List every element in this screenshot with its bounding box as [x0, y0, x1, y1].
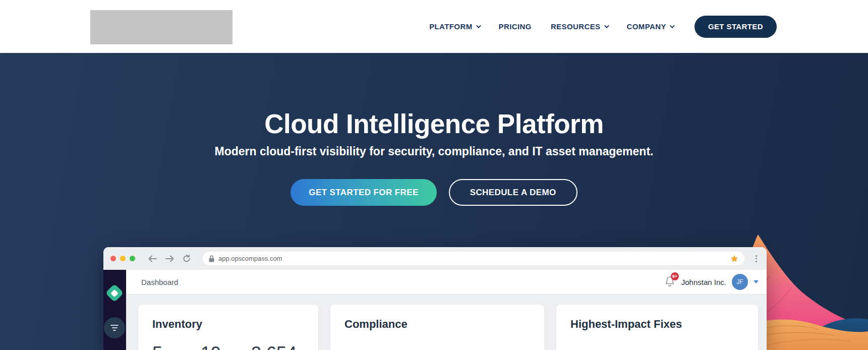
nav-item-platform[interactable]: PLATFORM	[429, 22, 479, 31]
get-started-button[interactable]: GET STARTED	[695, 16, 777, 38]
org-name[interactable]: Johnstan Inc.	[681, 278, 726, 286]
notifications-bell-icon[interactable]: 9+	[665, 276, 676, 288]
site-header: PLATFORM PRICING RESOURCES COMPANY GET S…	[0, 0, 868, 53]
hero-title: Cloud Intelligence Platform	[0, 108, 868, 139]
window-controls	[110, 256, 135, 261]
main-nav: PLATFORM PRICING RESOURCES COMPANY GET S…	[429, 0, 777, 53]
highest-impact-fixes-card: Highest-Impact Fixes	[556, 305, 758, 350]
account-dropdown-caret-icon[interactable]	[754, 280, 759, 283]
lock-icon	[209, 255, 214, 262]
compliance-gauge	[344, 341, 530, 350]
compliance-card: Compliance	[330, 305, 544, 350]
address-bar[interactable]: app.opscompass.com	[203, 252, 744, 265]
close-window-icon[interactable]	[110, 256, 116, 261]
app-logo-diamond-icon[interactable]	[105, 284, 124, 303]
dashboard-content: Inventory 5 19 3,654 Compliance	[126, 295, 767, 350]
site-logo[interactable]	[90, 10, 233, 44]
chevron-down-icon	[670, 23, 675, 28]
get-started-free-button[interactable]: GET STARTED FOR FREE	[291, 179, 436, 206]
hero-cta-row: GET STARTED FOR FREE SCHEDULE A DEMO	[0, 179, 868, 206]
dashboard-cards-row: Inventory 5 19 3,654 Compliance	[138, 305, 758, 350]
bookmark-star-icon[interactable]	[730, 255, 738, 263]
page-title: Dashboard	[141, 278, 178, 286]
inventory-card: Inventory 5 19 3,654	[138, 305, 318, 350]
stat-value: 5	[152, 343, 162, 350]
nav-item-resources[interactable]: RESOURCES	[551, 22, 608, 31]
landing-page: PLATFORM PRICING RESOURCES COMPANY GET S…	[0, 0, 868, 350]
card-title: Inventory	[152, 318, 304, 331]
card-title: Compliance	[344, 318, 530, 331]
notification-badge: 9+	[671, 272, 679, 280]
stat-value: 3,654	[251, 343, 297, 350]
account-area: 9+ Johnstan Inc. JF	[665, 274, 759, 290]
browser-chrome-bar: app.opscompass.com	[103, 247, 767, 270]
url-text: app.opscompass.com	[218, 255, 282, 262]
maximize-window-icon[interactable]	[130, 256, 135, 261]
schedule-demo-button[interactable]: SCHEDULE A DEMO	[449, 179, 577, 206]
browser-menu-icon[interactable]	[753, 255, 760, 262]
avatar[interactable]: JF	[732, 274, 748, 290]
inventory-stats: 5 19 3,654	[152, 343, 304, 350]
refresh-icon[interactable]	[183, 255, 191, 263]
forward-icon[interactable]	[165, 255, 174, 262]
chevron-down-icon	[476, 23, 481, 28]
stat-value: 19	[201, 343, 221, 350]
nav-item-label: PRICING	[499, 22, 532, 31]
browser-mockup: app.opscompass.com Dashboard 9+	[103, 247, 767, 350]
nav-item-company[interactable]: COMPANY	[627, 22, 673, 31]
filter-icon[interactable]	[104, 317, 125, 338]
nav-item-pricing[interactable]: PRICING	[499, 22, 532, 31]
card-title: Highest-Impact Fixes	[570, 318, 744, 331]
app-sidebar	[103, 270, 126, 350]
browser-nav-buttons	[148, 255, 191, 263]
hero-subtitle: Modern cloud-first visibility for securi…	[0, 145, 868, 158]
back-icon[interactable]	[148, 255, 157, 262]
chevron-down-icon	[604, 23, 609, 28]
nav-item-label: COMPANY	[627, 22, 666, 31]
nav-item-label: RESOURCES	[551, 22, 601, 31]
minimize-window-icon[interactable]	[120, 256, 126, 261]
nav-item-label: PLATFORM	[429, 22, 472, 31]
app-header: Dashboard 9+ Johnstan Inc. JF	[126, 270, 767, 295]
